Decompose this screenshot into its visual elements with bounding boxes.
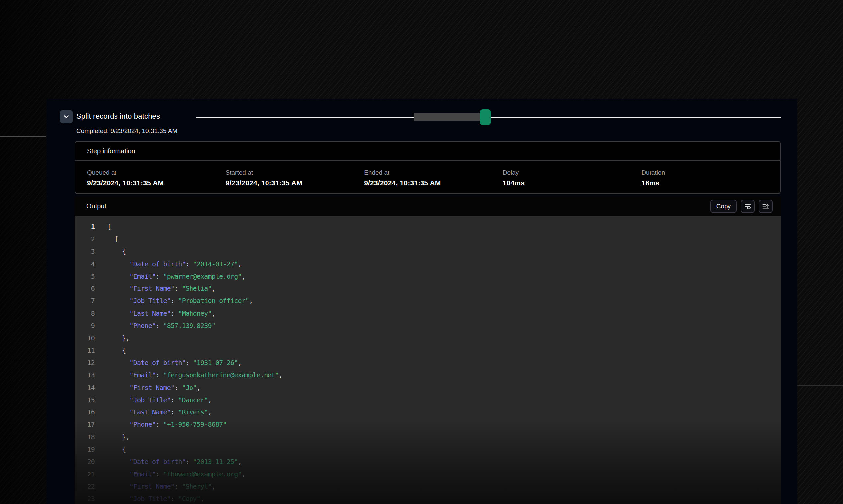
line-number: 12 bbox=[75, 359, 94, 367]
line-number: 18 bbox=[75, 433, 94, 441]
code-line: 11 { bbox=[75, 344, 780, 357]
line-content: "Phone": "+1-950-759-8687" bbox=[107, 420, 227, 428]
line-content: { bbox=[107, 445, 126, 453]
line-number: 5 bbox=[75, 272, 94, 280]
line-content: "Email": "pwarner@example.org", bbox=[107, 272, 245, 280]
collapse-output-icon bbox=[762, 202, 770, 210]
code-line: 17 "Phone": "+1-950-759-8687" bbox=[75, 418, 780, 431]
code-line: 3 { bbox=[75, 245, 780, 258]
code-line: 12 "Date of birth": "1931-07-26", bbox=[75, 357, 780, 369]
line-number: 17 bbox=[75, 420, 94, 428]
code-line: 20 "Date of birth": "2013-11-25", bbox=[75, 455, 780, 468]
line-number: 8 bbox=[75, 309, 94, 317]
code-line: 18 }, bbox=[75, 431, 780, 443]
code-lines: 1[2 [3 {4 "Date of birth": "2014-01-27",… bbox=[75, 216, 780, 504]
line-content: "Last Name": "Mahoney", bbox=[107, 309, 216, 317]
line-number: 19 bbox=[75, 445, 94, 453]
line-content: { bbox=[107, 247, 126, 255]
step-information-title: Step information bbox=[87, 147, 135, 155]
line-number: 6 bbox=[75, 285, 94, 292]
timeline-queue-span bbox=[414, 113, 480, 121]
app-window: Split records into batches Completed: 9/… bbox=[0, 0, 843, 504]
step-status-line: Completed: 9/23/2024, 10:31:35 AM bbox=[76, 127, 177, 134]
step-information-card: Step information Queued at 9/23/2024, 10… bbox=[75, 141, 780, 194]
line-content: "Email": "fhoward@example.org", bbox=[107, 470, 245, 478]
chevron-down-icon bbox=[63, 115, 69, 119]
copy-button[interactable]: Copy bbox=[710, 200, 737, 213]
code-line: 1[ bbox=[75, 220, 780, 233]
code-line: 23 "Job Title": "Copy", bbox=[75, 493, 780, 504]
background-horizontal-line-left bbox=[0, 136, 47, 137]
line-number: 14 bbox=[75, 384, 94, 392]
line-content: }, bbox=[107, 334, 130, 342]
output-code-viewer[interactable]: 1[2 [3 {4 "Date of birth": "2014-01-27",… bbox=[75, 216, 780, 504]
field-value: 9/23/2024, 10:31:35 AM bbox=[226, 179, 364, 187]
background-horizontal-line-right bbox=[797, 385, 843, 386]
line-content: { bbox=[107, 346, 126, 355]
output-header: Output Copy bbox=[75, 197, 780, 216]
line-content: "First Name": "Sheryl", bbox=[107, 483, 216, 490]
collapse-step-button[interactable] bbox=[60, 110, 73, 123]
code-line: 14 "First Name": "Jo", bbox=[75, 381, 780, 394]
line-content: [ bbox=[107, 235, 119, 243]
line-content: "First Name": "Jo", bbox=[107, 384, 201, 392]
line-number: 4 bbox=[75, 260, 94, 268]
line-number: 2 bbox=[75, 235, 94, 243]
field-started-at: Started at 9/23/2024, 10:31:35 AM bbox=[226, 169, 364, 187]
field-label: Started at bbox=[226, 169, 364, 176]
code-line: 5 "Email": "pwarner@example.org", bbox=[75, 270, 780, 282]
line-number: 16 bbox=[75, 408, 94, 416]
step-title: Split records into batches bbox=[76, 112, 160, 121]
code-line: 2 [ bbox=[75, 233, 780, 245]
code-line: 13 "Email": "fergusonkatherine@example.n… bbox=[75, 369, 780, 381]
wrap-text-icon bbox=[744, 202, 752, 210]
line-number: 13 bbox=[75, 371, 94, 379]
line-content: [ bbox=[107, 223, 111, 231]
field-value: 18ms bbox=[641, 179, 780, 187]
background-vertical-line bbox=[191, 0, 192, 99]
field-label: Delay bbox=[503, 169, 641, 176]
step-detail-panel: Split records into batches Completed: 9/… bbox=[47, 99, 797, 504]
code-line: 19 { bbox=[75, 443, 780, 455]
code-line: 7 "Job Title": "Probation officer", bbox=[75, 295, 780, 307]
line-content: "Job Title": "Probation officer", bbox=[107, 297, 253, 305]
trace-timeline[interactable] bbox=[196, 109, 780, 126]
field-duration: Duration 18ms bbox=[641, 169, 780, 187]
field-value: 9/23/2024, 10:31:35 AM bbox=[364, 179, 503, 187]
field-delay: Delay 104ms bbox=[503, 169, 641, 187]
field-value: 9/23/2024, 10:31:35 AM bbox=[87, 179, 226, 187]
line-content: "Date of birth": "2014-01-27", bbox=[107, 260, 242, 268]
field-label: Queued at bbox=[87, 169, 226, 176]
line-number: 15 bbox=[75, 396, 94, 404]
field-label: Ended at bbox=[364, 169, 503, 176]
line-content: "Job Title": "Dancer", bbox=[107, 396, 212, 404]
line-number: 7 bbox=[75, 297, 94, 305]
line-number: 10 bbox=[75, 334, 94, 342]
line-content: "Date of birth": "2013-11-25", bbox=[107, 457, 242, 466]
code-line: 4 "Date of birth": "2014-01-27", bbox=[75, 258, 780, 270]
line-number: 23 bbox=[75, 495, 94, 503]
code-line: 6 "First Name": "Shelia", bbox=[75, 282, 780, 294]
code-line: 16 "Last Name": "Rivers", bbox=[75, 406, 780, 418]
collapse-output-button[interactable] bbox=[759, 200, 773, 213]
line-number: 3 bbox=[75, 247, 94, 255]
line-number: 11 bbox=[75, 346, 94, 355]
code-line: 15 "Job Title": "Dancer", bbox=[75, 394, 780, 406]
line-content: "Job Title": "Copy", bbox=[107, 495, 204, 503]
code-line: 9 "Phone": "857.139.8239" bbox=[75, 319, 780, 331]
field-ended-at: Ended at 9/23/2024, 10:31:35 AM bbox=[364, 169, 503, 187]
line-number: 22 bbox=[75, 483, 94, 490]
step-information-header: Step information bbox=[75, 142, 780, 161]
line-content: }, bbox=[107, 433, 130, 441]
line-number: 21 bbox=[75, 470, 94, 478]
line-content: "Phone": "857.139.8239" bbox=[107, 322, 216, 329]
field-value: 104ms bbox=[503, 179, 641, 187]
timeline-execution-span[interactable] bbox=[480, 109, 491, 125]
code-line: 8 "Last Name": "Mahoney", bbox=[75, 307, 780, 319]
line-content: "Date of birth": "1931-07-26", bbox=[107, 359, 242, 367]
line-content: "Email": "fergusonkatherine@example.net"… bbox=[107, 371, 282, 379]
line-number: 9 bbox=[75, 322, 94, 329]
wrap-text-button[interactable] bbox=[741, 200, 755, 213]
line-content: "Last Name": "Rivers", bbox=[107, 408, 212, 416]
line-number: 1 bbox=[75, 223, 94, 231]
